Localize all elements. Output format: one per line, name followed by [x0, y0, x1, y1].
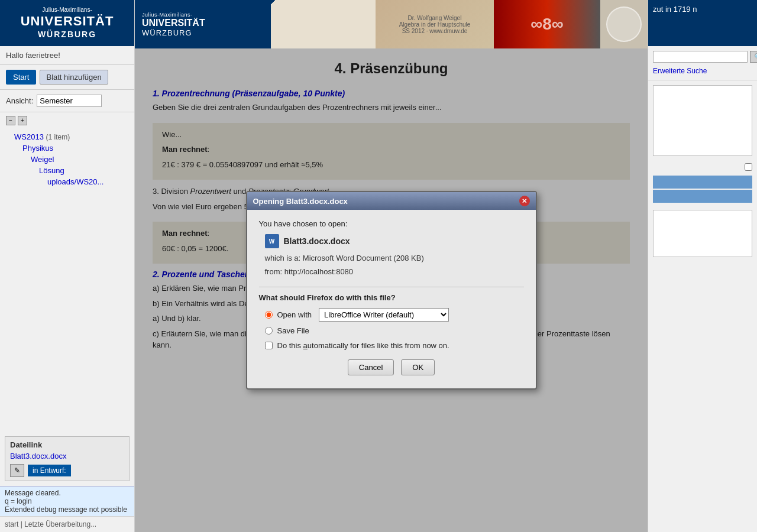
modal-divider: [259, 287, 524, 287]
sidebar-tree: WS2013 (1 item) Physikus Weigel Lösung u…: [0, 129, 134, 432]
search-button[interactable]: 🔍: [750, 51, 757, 63]
tree-item-ws2013[interactable]: WS2013 (1 item): [6, 131, 128, 142]
auto-checkbox[interactable]: [265, 342, 273, 349]
banner-placeholder: Julius-Maximilians- UNIVERSITÄT WÜRZBURG…: [135, 0, 648, 48]
left-sidebar: Julius-Maximilians- UNIVERSITÄT WÜRZBURG…: [0, 0, 135, 532]
banner-right: Dr. Wolfgang WeigelAlgebra in der Haupts…: [376, 0, 648, 48]
modal-question: What should Firefox do with this file?: [259, 293, 524, 302]
file-type: which is a: Microsoft Word Document (208…: [265, 252, 524, 265]
tree-link-ws2013[interactable]: WS2013: [14, 132, 44, 141]
tree-link-weigel[interactable]: Weigel: [31, 155, 54, 164]
top-banner: Julius-Maximilians- UNIVERSITÄT WÜRZBURG…: [135, 0, 648, 48]
sidebar-greeting: Hallo faerietree!: [0, 46, 134, 65]
banner-logo-area: Julius-Maximilians- UNIVERSITÄT WÜRZBURG: [135, 0, 271, 48]
cancel-button[interactable]: Cancel: [348, 359, 394, 375]
dateilink-box: Dateilink Blatt3.docx.docx ✎ in Entwurf:: [5, 436, 130, 481]
blue-box-2: [653, 190, 752, 203]
main-content: Julius-Maximilians- UNIVERSITÄT WÜRZBURG…: [135, 0, 648, 532]
tree-link-physikus[interactable]: Physikus: [22, 144, 53, 153]
modal-body: You have chosen to open: W Blatt3.docx.d…: [247, 210, 536, 388]
modal-close-button[interactable]: ✕: [519, 196, 530, 206]
save-file-label: Save File: [277, 326, 309, 335]
sidebar-logo: Julius-Maximilians- UNIVERSITÄT WÜRZBURG: [0, 0, 134, 46]
right-top-logo: zut in 1719 n: [648, 0, 757, 46]
modal-buttons: Cancel OK: [259, 359, 524, 379]
tree-item-weigel[interactable]: Weigel: [6, 154, 128, 165]
sidebar-footer: start | Letzte Überarbeitung...: [0, 516, 134, 532]
modal-title: Opening Blatt3.docx.docx: [253, 197, 348, 206]
open-with-label: Open with: [277, 310, 312, 319]
tree-controls: − +: [0, 112, 134, 129]
modal-file-info: which is a: Microsoft Word Document (208…: [259, 252, 524, 278]
banner-logo-city: WÜRZBURG: [142, 28, 192, 37]
erweiterte-suche-link[interactable]: Erweiterte Suche: [653, 67, 707, 75]
ansicht-label: Ansicht:: [6, 96, 33, 105]
modal-overlay: Opening Blatt3.docx.docx ✕ You have chos…: [135, 48, 648, 532]
right-empty-box: [653, 85, 752, 156]
auto-checkbox-label: Do this automatically for files like thi…: [277, 341, 449, 350]
search-row: 🔍: [653, 51, 752, 63]
modal-dialog: Opening Blatt3.docx.docx ✕ You have chos…: [246, 191, 537, 389]
modal-file-row: W Blatt3.docx.docx: [259, 234, 524, 248]
modal-option-open: Open with LibreOffice Writer (default): [259, 308, 524, 322]
file-from: from: http://localhost:8080: [265, 265, 524, 278]
ok-button[interactable]: OK: [401, 359, 435, 375]
ansicht-select[interactable]: Semester: [37, 95, 102, 107]
right-blue-boxes: [648, 176, 757, 203]
logo-small-text: Julius-Maximilians-: [21, 7, 114, 14]
entwurf-button[interactable]: in Entwurf:: [28, 465, 71, 476]
banner-logo-uni: UNIVERSITÄT: [142, 18, 205, 28]
start-button[interactable]: Start: [6, 70, 36, 85]
dateilink-filename[interactable]: Blatt3.docx.docx: [10, 452, 66, 460]
tree-item-loesung[interactable]: Lösung: [6, 165, 128, 176]
right-checkbox[interactable]: [745, 163, 752, 171]
dateilink-title: Dateilink: [10, 440, 124, 449]
tree-collapse-btn[interactable]: −: [6, 116, 15, 125]
tree-item-physikus[interactable]: Physikus: [6, 142, 128, 154]
edit-button[interactable]: ✎: [10, 464, 24, 477]
save-file-radio[interactable]: [265, 327, 273, 335]
open-with-radio[interactable]: [265, 311, 273, 319]
blatt-hinzufuegen-button[interactable]: Blatt hinzufügen: [40, 70, 108, 85]
open-with-select[interactable]: LibreOffice Writer (default): [319, 308, 449, 322]
tree-ws2013-count: (1 item): [46, 133, 70, 141]
right-top-text: zut in 1719 n: [648, 0, 757, 18]
banner-course-info: Dr. Wolfgang WeigelAlgebra in der Haupts…: [399, 15, 471, 34]
sidebar-buttons: Start Blatt hinzufügen: [0, 65, 134, 90]
modal-titlebar: Opening Blatt3.docx.docx ✕: [247, 192, 536, 210]
blue-box-1: [653, 176, 752, 189]
right-checkbox-row: [648, 161, 757, 173]
message-cleared: Message cleared.: [5, 489, 130, 497]
right-sidebar: zut in 1719 n 🔍 Erweiterte Suche: [648, 0, 757, 532]
file-icon: W: [265, 234, 279, 248]
tree-item-uploads[interactable]: uploads/WS20...: [6, 176, 128, 187]
tree-link-uploads[interactable]: uploads/WS20...: [47, 177, 103, 186]
modal-filename: Blatt3.docx.docx: [284, 236, 350, 246]
tree-link-loesung[interactable]: Lösung: [39, 166, 64, 175]
logo-university: UNIVERSITÄT: [21, 14, 114, 29]
right-footer-box: [653, 210, 752, 257]
content-area: 4. Präsenzübung 1. Prozentrechnung (Präs…: [135, 48, 648, 532]
message-debug: Extended debug message not possible: [5, 505, 130, 514]
tree-expand-btn[interactable]: +: [18, 116, 27, 125]
logo-city: WÜRZBURG: [21, 30, 114, 40]
sidebar-ansicht: Ansicht: Semester: [0, 90, 134, 112]
sidebar-messages: Message cleared. q = login Extended debu…: [0, 486, 134, 516]
banner-logo-small: Julius-Maximilians-: [142, 12, 193, 18]
modal-auto-checkbox-row: Do this automatically for files like thi…: [259, 341, 524, 350]
modal-option-save: Save File: [259, 326, 524, 335]
right-search-section: 🔍 Erweiterte Suche: [648, 46, 757, 80]
search-input[interactable]: [653, 51, 748, 63]
dateilink-actions: ✎ in Entwurf:: [10, 464, 124, 477]
message-login: q = login: [5, 497, 130, 505]
modal-chosen-text: You have chosen to open:: [259, 219, 524, 228]
